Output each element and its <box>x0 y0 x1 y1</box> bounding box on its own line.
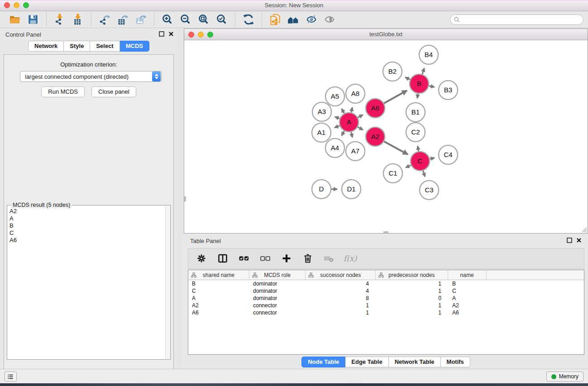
resize-grip[interactable] <box>581 226 587 233</box>
result-item[interactable]: A2 <box>10 208 164 215</box>
graph-edge-A-A3[interactable] <box>335 117 340 119</box>
result-item[interactable]: C <box>10 229 164 237</box>
graph-node-C2[interactable]: C2 <box>406 123 425 142</box>
table-tab-motifs[interactable]: Motifs <box>441 357 470 367</box>
result-scrollbar[interactable] <box>165 206 170 359</box>
import-table-button[interactable] <box>70 13 86 26</box>
task-history-button[interactable] <box>5 372 17 381</box>
graph-node-A8[interactable]: A8 <box>346 84 365 103</box>
column-header-shared-name[interactable]: shared name <box>188 270 249 280</box>
graph-node-B1[interactable]: B1 <box>406 103 425 122</box>
graph-node-C1[interactable]: C1 <box>383 164 402 183</box>
zoom-out-button[interactable] <box>178 13 193 26</box>
node-label: B4 <box>425 51 433 58</box>
graph-node-A4[interactable]: A4 <box>325 138 344 157</box>
result-item[interactable]: A6 <box>10 237 164 244</box>
destroy-table-button[interactable] <box>322 251 336 266</box>
zoom-selected-button[interactable] <box>214 13 229 26</box>
float-panel-icon[interactable] <box>159 31 164 37</box>
export-table-button[interactable] <box>115 13 130 26</box>
delete-row-button[interactable] <box>301 251 315 266</box>
memory-button[interactable]: Memory <box>546 372 583 381</box>
save-button[interactable] <box>25 13 41 26</box>
graph-node-D1[interactable]: D1 <box>342 180 361 199</box>
duplicate-network-button[interactable] <box>268 13 283 26</box>
tab-select[interactable]: Select <box>90 41 120 52</box>
graph-node-A[interactable]: A <box>339 113 359 132</box>
birds-eye-button[interactable] <box>286 13 301 26</box>
table-row[interactable]: Adominator80A <box>188 295 584 302</box>
search-input[interactable] <box>450 14 583 25</box>
float-table-panel-icon[interactable] <box>567 238 572 243</box>
table-row[interactable]: Cdominator41C <box>188 287 584 295</box>
graph-node-C3[interactable]: C3 <box>420 181 439 200</box>
graph-edge-C-C4[interactable] <box>430 158 435 159</box>
deselect-all-button[interactable] <box>258 251 272 266</box>
import-network-button[interactable] <box>52 13 67 26</box>
tab-style[interactable]: Style <box>64 41 90 52</box>
graph-node-A7[interactable]: A7 <box>346 142 365 161</box>
close-panel-icon[interactable] <box>168 31 174 37</box>
close-panel-button[interactable]: Close panel <box>91 86 136 97</box>
tab-network[interactable]: Network <box>28 41 64 52</box>
graph-edge-B-B4[interactable] <box>422 68 424 75</box>
graph-node-B3[interactable]: B3 <box>439 81 458 100</box>
table-row[interactable]: Bdominator41B <box>188 280 584 287</box>
split-column-button[interactable] <box>216 251 229 266</box>
graph-node-C4[interactable]: C4 <box>439 145 458 164</box>
graph-edge-A6-B[interactable] <box>384 91 407 103</box>
result-item[interactable]: A <box>10 215 164 222</box>
column-header-successor-nodes[interactable]: successor nodes <box>306 270 376 280</box>
hide-panels-button[interactable] <box>304 13 319 26</box>
tab-mcds[interactable]: MCDS <box>120 41 149 52</box>
show-eye-button[interactable] <box>322 13 337 26</box>
graph-edge-C-C2[interactable] <box>418 146 419 152</box>
graph-edge-B-B1[interactable] <box>417 94 418 98</box>
graph-node-B[interactable]: B <box>410 74 429 93</box>
graph-edge-A-A4[interactable] <box>342 131 344 136</box>
graph-node-D[interactable]: D <box>312 180 331 199</box>
graph-node-A5[interactable]: A5 <box>325 87 344 106</box>
graph-edge-A-A7[interactable] <box>351 132 353 138</box>
graph-edge-A-A1[interactable] <box>335 126 339 128</box>
zoom-fit-button[interactable] <box>196 13 211 26</box>
column-header-name[interactable]: name <box>448 270 487 280</box>
graph-node-C[interactable]: C <box>411 152 430 171</box>
graph-edge-A-A5[interactable] <box>342 109 344 114</box>
settings-button[interactable] <box>195 251 208 266</box>
graph-edge-C-C1[interactable] <box>406 165 411 167</box>
graph-node-B4[interactable]: B4 <box>419 45 438 64</box>
graph-node-A6[interactable]: A6 <box>366 99 385 118</box>
run-mcds-button[interactable]: Run MCDS <box>41 86 85 97</box>
table-row[interactable]: A6connector11A6 <box>188 309 584 316</box>
graph-node-A2[interactable]: A2 <box>366 127 385 146</box>
export-network-button[interactable] <box>97 13 112 26</box>
graph-edge-B-B2[interactable] <box>405 77 410 80</box>
graph-edge-C-C3[interactable] <box>423 171 425 176</box>
select-all-button[interactable] <box>237 251 251 266</box>
result-item[interactable]: B <box>10 222 164 229</box>
graph-edge-A-A2[interactable] <box>358 127 363 130</box>
refresh-button[interactable] <box>241 13 256 26</box>
optimization-criterion-select[interactable]: largest connected component (directed) <box>20 71 162 82</box>
table-row[interactable]: A2connector11A2 <box>188 302 584 309</box>
graph-node-B2[interactable]: B2 <box>383 62 402 81</box>
function-builder-button[interactable]: f(x) <box>344 254 357 263</box>
graph-edge-A2-C[interactable] <box>384 142 408 155</box>
table-tab-network-table[interactable]: Network Table <box>389 357 441 367</box>
network-canvas[interactable]: B4 B2 B B3 B1 A6 A5 A8 A3 A A1 A4 A7 A2 … <box>184 40 588 233</box>
table-tab-edge-table[interactable]: Edge Table <box>345 357 388 367</box>
graph-node-A1[interactable]: A1 <box>312 123 331 142</box>
graph-node-A3[interactable]: A3 <box>312 102 331 121</box>
column-header-mcds-role[interactable]: MCDS role <box>249 270 306 280</box>
graph-edge-A-A8[interactable] <box>351 107 353 112</box>
open-button[interactable] <box>7 13 23 26</box>
close-table-panel-icon[interactable] <box>576 238 582 243</box>
column-header-predecessor-nodes[interactable]: predecessor nodes <box>376 270 448 280</box>
add-row-button[interactable] <box>280 251 293 266</box>
export-image-button[interactable] <box>133 13 148 26</box>
graph-edge-B-B3[interactable] <box>429 86 435 87</box>
table-tab-node-table[interactable]: Node Table <box>301 357 345 367</box>
zoom-in-button[interactable] <box>160 13 175 26</box>
graph-edge-A-A6[interactable] <box>358 115 363 118</box>
